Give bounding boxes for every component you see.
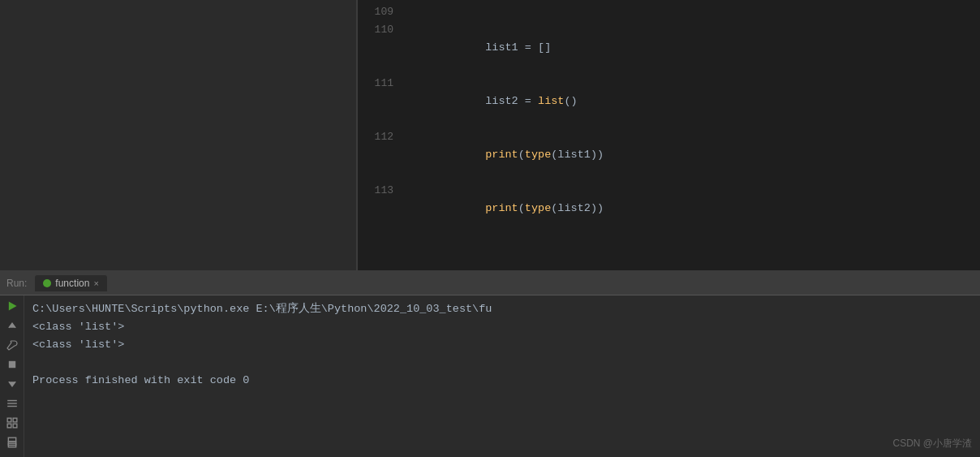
run-label: Run: xyxy=(6,278,27,289)
scroll-up-button[interactable] xyxy=(5,320,19,331)
code-token: = xyxy=(518,95,538,107)
code-token: type xyxy=(525,202,551,214)
code-token: list xyxy=(538,95,564,107)
line-number: 111 xyxy=(358,75,406,93)
output-line-5: Process finished with exit code 0 xyxy=(32,372,972,390)
line-number: 112 xyxy=(358,128,406,146)
code-content: 109 110 list1 = [] 111 list2 = list() xyxy=(358,0,980,239)
code-token: list2 xyxy=(557,202,591,214)
code-token: list2 xyxy=(485,95,518,107)
tab-name: function xyxy=(55,278,89,289)
line-code: list1 = [] xyxy=(406,21,551,75)
svg-rect-7 xyxy=(7,424,11,428)
code-panel: 109 110 list1 = [] 111 list2 = list() xyxy=(358,0,980,270)
tab-dot-icon xyxy=(43,279,51,287)
svg-marker-0 xyxy=(8,301,16,310)
run-panel: Run: function × xyxy=(0,270,980,457)
output-line-3: <class 'list'> xyxy=(32,336,972,354)
line-code: print(type(list1)) xyxy=(406,128,604,182)
print-icon[interactable] xyxy=(5,437,19,448)
run-output: C:\Users\HUNTE\Scripts\python.exe E:\程序人… xyxy=(24,295,980,457)
code-token: print xyxy=(485,202,518,214)
svg-rect-6 xyxy=(13,418,17,422)
line-number: 113 xyxy=(358,182,406,200)
code-token: ( xyxy=(518,149,525,161)
wrench-icon[interactable] xyxy=(5,339,19,351)
line-number: 109 xyxy=(358,3,406,21)
code-line-110: 110 list1 = [] xyxy=(358,21,980,75)
code-token: [] xyxy=(538,41,551,54)
svg-rect-8 xyxy=(13,424,17,428)
run-icons-panel xyxy=(0,295,24,457)
code-line-113: 113 print(type(list2)) xyxy=(358,182,980,235)
line-code: print(type(list2)) xyxy=(406,182,604,235)
code-token: print xyxy=(485,149,518,161)
line-code: list2 = list() xyxy=(406,75,578,128)
main-container: 109 110 list1 = [] 111 list2 = list() xyxy=(0,0,980,457)
svg-rect-1 xyxy=(8,361,15,368)
code-token: )) xyxy=(591,202,604,214)
output-line-1: C:\Users\HUNTE\Scripts\python.exe E:\程序人… xyxy=(32,300,972,318)
left-panel xyxy=(0,0,357,270)
tab-close-button[interactable]: × xyxy=(93,278,98,288)
code-token: list1 xyxy=(557,149,591,161)
filter-icon[interactable] xyxy=(5,398,19,409)
code-token: = xyxy=(518,41,538,54)
layout-icon[interactable] xyxy=(5,417,19,429)
output-line-2: <class 'list'> xyxy=(32,318,972,336)
run-body: C:\Users\HUNTE\Scripts\python.exe E:\程序人… xyxy=(0,295,980,457)
stop-button[interactable] xyxy=(5,359,19,370)
run-tab[interactable]: function × xyxy=(35,275,106,291)
code-token: () xyxy=(564,95,577,107)
code-token: )) xyxy=(591,149,604,161)
scroll-down-button[interactable] xyxy=(5,378,19,390)
code-token: ( xyxy=(518,202,525,214)
output-empty-line xyxy=(32,354,972,372)
svg-rect-5 xyxy=(7,418,11,422)
code-token: type xyxy=(525,149,551,161)
code-line-111: 111 list2 = list() xyxy=(358,75,980,128)
run-tab-bar: Run: function × xyxy=(0,271,980,295)
editor-area: 109 110 list1 = [] 111 list2 = list() xyxy=(0,0,980,270)
code-token: list1 xyxy=(485,41,518,54)
code-line-109: 109 xyxy=(358,3,980,21)
line-number: 110 xyxy=(358,21,406,39)
svg-rect-9 xyxy=(8,438,15,442)
run-play-button[interactable] xyxy=(5,300,19,312)
code-line-112: 112 print(type(list1)) xyxy=(358,128,980,182)
